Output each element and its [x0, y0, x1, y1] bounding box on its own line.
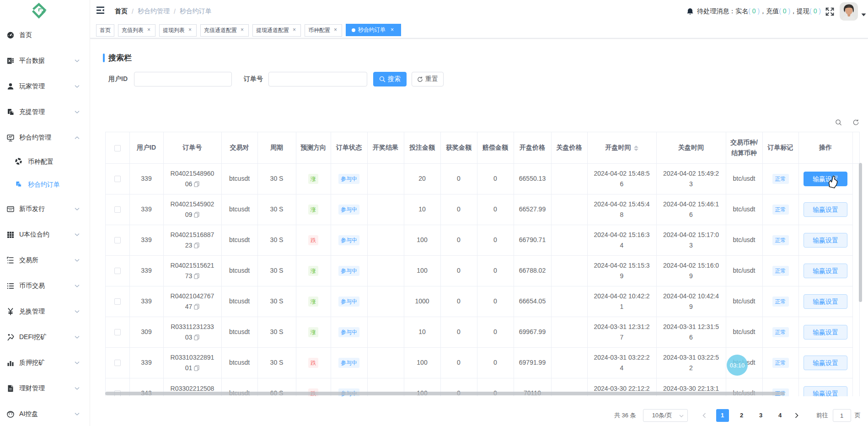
row-checkbox[interactable]: [114, 237, 121, 243]
tab-首页[interactable]: 首页: [96, 24, 114, 37]
sidebar-item-交易所[interactable]: 交易所: [0, 248, 90, 273]
sidebar-item-充提管理[interactable]: 充提管理: [0, 99, 90, 125]
user-id-input[interactable]: [134, 72, 232, 86]
sidebar-item-币币交易[interactable]: 币币交易: [0, 273, 90, 299]
next-page-button[interactable]: [794, 413, 799, 418]
row-checkbox[interactable]: [114, 329, 121, 335]
row-checkbox[interactable]: [114, 268, 121, 274]
row-checkbox[interactable]: [114, 176, 121, 182]
row-checkbox[interactable]: [114, 360, 121, 366]
order-no-input[interactable]: [268, 72, 367, 86]
page-number-1[interactable]: 1: [716, 409, 729, 422]
reset-button[interactable]: 重置: [412, 72, 444, 86]
sidebar-subitem-秒合约订单[interactable]: 秒合约订单: [0, 173, 90, 196]
tab-提现通道配置[interactable]: 提现通道配置×: [252, 24, 301, 37]
sidebar-item-玩家管理[interactable]: 玩家管理: [0, 74, 90, 99]
row-checkbox[interactable]: [114, 298, 121, 305]
win-lose-setting-button[interactable]: 输赢设置: [804, 233, 847, 248]
copy-icon[interactable]: [194, 181, 199, 187]
refresh-icon[interactable]: [852, 119, 859, 126]
row-select-cell: [106, 225, 129, 255]
close-icon[interactable]: ×: [146, 27, 152, 33]
close-icon[interactable]: ×: [187, 27, 193, 33]
sidebar-item-平台数据[interactable]: 平台数据: [0, 48, 90, 74]
tab-充值通道配置[interactable]: 充值通道配置×: [200, 24, 249, 37]
countdown-badge: 03:10: [727, 355, 748, 376]
mark-badge: 正常: [772, 205, 789, 215]
user-id-cell: 339: [129, 255, 163, 286]
mark-cell: 正常: [762, 317, 798, 347]
win-lose-setting-button[interactable]: 输赢设置: [804, 386, 847, 397]
sidebar-item-AI控盘[interactable]: AI控盘: [0, 401, 90, 426]
open-price-cell: 66654.05: [514, 286, 551, 317]
win-amount-cell: 0: [440, 163, 477, 194]
search-button[interactable]: 搜索: [373, 72, 407, 86]
horizontal-scrollbar[interactable]: [105, 392, 785, 395]
row-checkbox[interactable]: [114, 206, 121, 213]
page-size-select[interactable]: 10条/页: [643, 409, 688, 422]
copy-icon[interactable]: [194, 243, 199, 248]
direction-cell: 涨: [296, 255, 331, 286]
mark-badge: 正常: [772, 358, 789, 368]
sidebar-item-秒合约管理[interactable]: 秒合约管理: [0, 125, 90, 151]
bell-icon[interactable]: [686, 8, 694, 16]
close-icon[interactable]: ×: [239, 27, 245, 33]
page-number-4[interactable]: 4: [774, 409, 787, 422]
select-all-checkbox[interactable]: [114, 145, 121, 151]
sidebar-item-理财管理[interactable]: 理财管理: [0, 376, 90, 401]
mark-cell: 正常: [762, 286, 798, 317]
copy-icon[interactable]: [194, 304, 199, 310]
copy-icon[interactable]: [194, 212, 199, 218]
sidebar-item-新币发行[interactable]: 新币发行: [0, 196, 90, 222]
status-cell: 参与中: [331, 317, 367, 347]
sort-caret-icon[interactable]: [634, 146, 638, 151]
mark-cell: 正常: [762, 255, 798, 286]
tab-充值列表[interactable]: 充值列表×: [118, 24, 155, 37]
result-cell: [367, 225, 404, 255]
mark-cell: 正常: [762, 347, 798, 378]
close-icon[interactable]: ×: [389, 27, 395, 33]
search-icon[interactable]: [835, 119, 842, 126]
copy-icon[interactable]: [191, 396, 196, 397]
goto-page-input[interactable]: [833, 409, 851, 422]
breadcrumb-item[interactable]: 首页: [115, 7, 128, 16]
hamburger-icon[interactable]: [96, 6, 105, 14]
win-lose-setting-button[interactable]: 输赢设置: [804, 264, 847, 278]
sidebar-item-DEFI挖矿[interactable]: DEFI挖矿: [0, 324, 90, 350]
fullscreen-icon[interactable]: [825, 7, 834, 16]
column-header[interactable]: 开盘时间: [587, 132, 656, 163]
open-time-cell: 2024-04-02 15:16:34: [587, 225, 656, 255]
sidebar-item-U本位合约[interactable]: U本位合约: [0, 222, 90, 248]
close-icon[interactable]: ×: [291, 27, 297, 33]
win-lose-setting-button[interactable]: 输赢设置: [804, 294, 847, 309]
tab-币种配置[interactable]: 币种配置×: [305, 24, 342, 37]
caret-down-icon[interactable]: [861, 13, 866, 16]
win-lose-setting-button[interactable]: 输赢设置: [804, 172, 847, 186]
copy-icon[interactable]: [194, 334, 199, 340]
sidebar-item-兑换管理[interactable]: 兑换管理: [0, 299, 90, 324]
new-coin-icon: [6, 205, 15, 213]
close-icon[interactable]: ×: [332, 27, 338, 33]
win-lose-setting-button[interactable]: 输赢设置: [804, 325, 847, 340]
win-lose-setting-button[interactable]: 输赢设置: [804, 202, 847, 217]
chevron-down-icon: [75, 361, 80, 364]
close-price-cell: [551, 163, 587, 194]
app-logo-icon[interactable]: [30, 3, 48, 20]
tab-label: 秒合约订单: [358, 26, 386, 34]
sidebar-item-首页[interactable]: 首页: [0, 22, 90, 48]
win-lose-setting-button[interactable]: 输赢设置: [804, 356, 847, 370]
compensate-amount-cell: 0: [477, 194, 514, 225]
copy-icon[interactable]: [194, 365, 199, 371]
prev-page-button[interactable]: [702, 413, 707, 418]
tab-提现列表[interactable]: 提现列表×: [159, 24, 197, 37]
sidebar-item-质押挖矿[interactable]: 质押挖矿: [0, 350, 90, 376]
sidebar-subitem-币种配置[interactable]: 币种配置: [0, 151, 90, 173]
page-number-2[interactable]: 2: [735, 409, 748, 422]
tab-秒合约订单[interactable]: 秒合约订单×: [346, 24, 401, 36]
page-number-3[interactable]: 3: [755, 409, 767, 422]
column-header: 订单标记: [762, 132, 798, 163]
total-count: 共 36 条: [614, 411, 636, 420]
avatar[interactable]: [840, 2, 858, 21]
vertical-scrollbar[interactable]: [859, 163, 862, 302]
copy-icon[interactable]: [194, 273, 199, 279]
